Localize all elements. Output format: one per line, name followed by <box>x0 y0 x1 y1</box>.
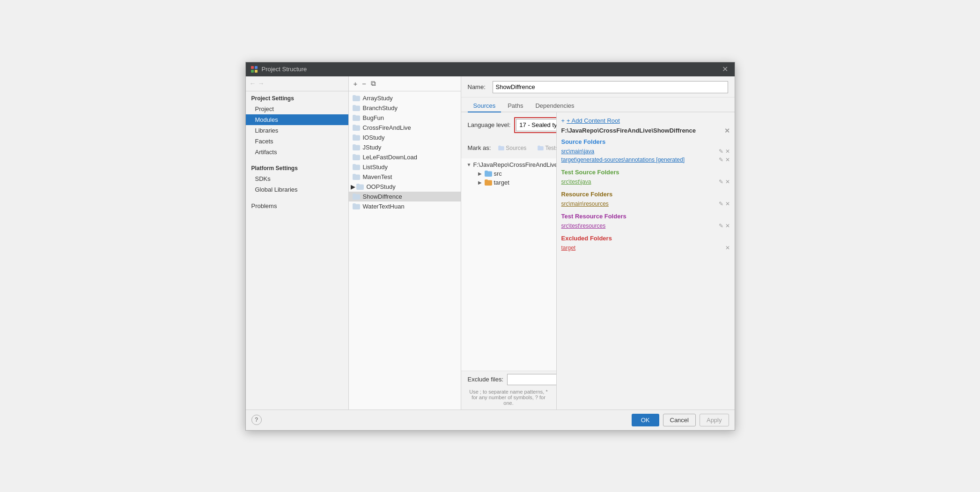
language-level-label: Language level: <box>468 121 511 128</box>
test-resource-folder-actions-0: ✎ ✕ <box>719 223 730 229</box>
remove-resource-folder-0[interactable]: ✕ <box>725 201 730 207</box>
test-source-folders-title: Test Source Folders <box>561 169 730 176</box>
bottom-actions: OK Cancel Apply <box>632 414 729 426</box>
excluded-folder-actions-0: ✕ <box>725 245 730 251</box>
add-content-root-icon: + <box>561 117 565 124</box>
test-source-folder-path-0: src\test\java <box>561 179 719 185</box>
ok-button[interactable]: OK <box>632 414 659 426</box>
add-content-root-label: + Add Content Root <box>567 117 620 124</box>
test-source-folder-entry-0: src\test\java ✎ ✕ <box>561 178 730 186</box>
test-resource-folders-section: Test Resource Folders src\test\resources… <box>561 213 730 230</box>
source-folders-title: Source Folders <box>561 138 730 145</box>
module-item-iostudy[interactable]: IOStudy <box>349 133 461 142</box>
edit-resource-folder-0[interactable]: ✎ <box>719 201 723 207</box>
svg-rect-0 <box>251 66 254 69</box>
module-item-branchstudy[interactable]: BranchStudy <box>349 103 461 113</box>
sidebar: ← → Project Settings Project Modules Lib… <box>246 76 349 410</box>
bottom-bar: ? OK Cancel Apply <box>246 410 735 430</box>
remove-module-button[interactable]: − <box>361 80 367 88</box>
test-source-folders-section: Test Source Folders src\test\java ✎ ✕ <box>561 169 730 186</box>
name-field-label: Name: <box>468 83 489 90</box>
language-level-select[interactable]: 17 - Sealed types, always-strict floatin… <box>516 119 556 131</box>
window-body: ← → Project Settings Project Modules Lib… <box>246 76 735 410</box>
sidebar-item-facets[interactable]: Facets <box>246 136 348 147</box>
module-toolbar: + − ⧉ <box>349 76 461 91</box>
remove-test-resource-folder-0[interactable]: ✕ <box>725 223 730 229</box>
sidebar-item-problems[interactable]: Problems <box>246 201 348 211</box>
sidebar-item-global-libraries[interactable]: Global Libraries <box>246 184 348 195</box>
file-tree: ▼ F:\JavaRepo\CrossFireAndLive\ShowDiffr… <box>461 158 556 371</box>
sidebar-item-modules[interactable]: Modules <box>246 114 348 125</box>
close-root-button[interactable]: ✕ <box>724 127 730 134</box>
name-field-input[interactable] <box>493 81 728 93</box>
module-item-crossfireandlive[interactable]: CrossFireAndLive <box>349 123 461 133</box>
excluded-folders-section: Excluded Folders target ✕ <box>561 235 730 252</box>
edit-source-folder-1[interactable]: ✎ <box>719 157 723 163</box>
module-item-lelefastdownload[interactable]: LeLeFastDownLoad <box>349 152 461 162</box>
edit-source-folder-0[interactable]: ✎ <box>719 148 723 155</box>
root-path-display: F:\JavaRepo\CrossFireAndLive\ShowDiffren… <box>561 127 730 134</box>
tab-paths[interactable]: Paths <box>502 100 529 112</box>
edit-test-resource-folder-0[interactable]: ✎ <box>719 223 723 229</box>
window-title: Project Structure <box>262 66 720 73</box>
source-folder-entry-1: target\generated-sources\annotations [ge… <box>561 156 730 164</box>
edit-test-source-folder-0[interactable]: ✎ <box>719 179 723 185</box>
sidebar-item-artifacts[interactable]: Artifacts <box>246 147 348 157</box>
module-item-oopstudy[interactable]: ▶ OOPStudy <box>349 182 461 192</box>
add-content-root-button[interactable]: + + Add Content Root <box>561 117 730 124</box>
resource-folder-actions-0: ✎ ✕ <box>719 201 730 207</box>
excluded-folder-entry-0: target ✕ <box>561 244 730 252</box>
source-folder-actions-1: ✎ ✕ <box>719 157 730 163</box>
source-folder-entry-0: src\main\java ✎ ✕ <box>561 147 730 156</box>
module-items-list: ArrayStudy BranchStudy BugFun <box>349 91 461 410</box>
tree-item-target[interactable]: ▶ target <box>465 178 553 187</box>
excluded-folders-title: Excluded Folders <box>561 235 730 242</box>
test-source-folder-actions-0: ✎ ✕ <box>719 179 730 185</box>
content-area: Language level: 17 - Sealed types, alway… <box>461 112 735 410</box>
tab-dependencies[interactable]: Dependencies <box>530 100 580 112</box>
sidebar-item-project[interactable]: Project <box>246 104 348 114</box>
mark-sources-button[interactable]: Sources <box>494 144 530 152</box>
resource-folder-path-0: src\main\resources <box>561 201 719 207</box>
nav-arrows: ← → <box>246 76 348 91</box>
module-item-watertexthuan[interactable]: WaterTextHuan <box>349 201 461 211</box>
remove-excluded-folder-0[interactable]: ✕ <box>725 245 730 251</box>
forward-arrow[interactable]: → <box>258 80 265 87</box>
cancel-button[interactable]: Cancel <box>663 414 696 426</box>
remove-source-folder-1[interactable]: ✕ <box>725 157 730 163</box>
test-resource-folder-path-0: src\test\resources <box>561 223 719 229</box>
expand-arrow-oopstudy: ▶ <box>351 183 355 190</box>
module-item-showdiffrence[interactable]: ShowDiffrence <box>349 192 461 201</box>
module-item-bugfun[interactable]: BugFun <box>349 113 461 123</box>
tree-item-src[interactable]: ▶ src <box>465 169 553 178</box>
source-folders-section: Source Folders src\main\java ✎ ✕ target\… <box>561 138 730 164</box>
tab-sources[interactable]: Sources <box>468 100 501 112</box>
remove-source-folder-0[interactable]: ✕ <box>725 148 730 155</box>
module-item-liststudy[interactable]: ListStudy <box>349 162 461 172</box>
back-arrow[interactable]: ← <box>250 80 256 87</box>
mark-tests-button[interactable]: Tests <box>534 144 556 152</box>
title-bar: Project Structure ✕ <box>246 62 735 76</box>
copy-module-button[interactable]: ⧉ <box>370 79 377 88</box>
module-item-jstudy[interactable]: JStudy <box>349 142 461 152</box>
project-structure-window: Project Structure ✕ ← → Project Settings… <box>245 62 735 431</box>
close-button[interactable]: ✕ <box>720 65 730 74</box>
exclude-files-input[interactable] <box>507 374 556 385</box>
source-folder-path-0: src\main\java <box>561 148 719 155</box>
sidebar-item-libraries[interactable]: Libraries <box>246 125 348 136</box>
sidebar-item-sdks[interactable]: SDKs <box>246 173 348 184</box>
module-item-maventest[interactable]: MavenTest <box>349 172 461 182</box>
exclude-hint-text: Use ; to separate name patterns, * for a… <box>461 388 556 410</box>
expand-arrow-src: ▶ <box>478 171 485 176</box>
tree-root-item[interactable]: ▼ F:\JavaRepo\CrossFireAndLive\ShowDiffr… <box>465 160 553 169</box>
main-content: Name: Sources Paths Dependencies <box>461 76 735 410</box>
test-resource-folders-title: Test Resource Folders <box>561 213 730 220</box>
svg-rect-1 <box>255 66 258 69</box>
apply-button[interactable]: Apply <box>700 414 729 426</box>
help-button[interactable]: ? <box>251 415 262 425</box>
add-module-button[interactable]: + <box>353 80 359 88</box>
remove-test-source-folder-0[interactable]: ✕ <box>725 179 730 185</box>
module-item-arraystudy[interactable]: ArrayStudy <box>349 93 461 103</box>
source-folder-actions-0: ✎ ✕ <box>719 148 730 155</box>
tree-root-path: F:\JavaRepo\CrossFireAndLive\ShowDiffren… <box>473 161 556 168</box>
